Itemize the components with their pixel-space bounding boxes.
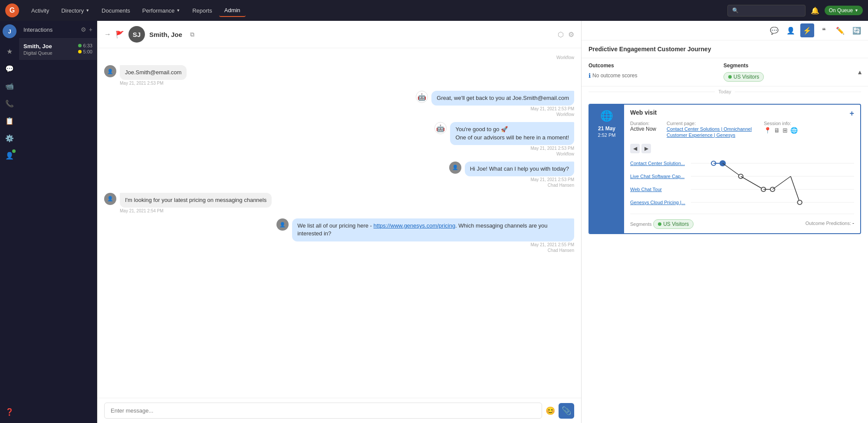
interactions-header-icons: ⚙ + bbox=[81, 26, 92, 33]
current-page-label: Current page: bbox=[667, 121, 753, 126]
web-visit-footer: Segments US Visitors Outcome Predictions… bbox=[630, 214, 854, 229]
web-visit-sidebar: 🌐 21 May 2:52 PM bbox=[589, 105, 624, 233]
msg-avatar-agent-6: 👤 bbox=[276, 218, 289, 231]
footer-segment-badge: US Visitors bbox=[653, 219, 694, 229]
msg-content-4: Hi Joe! What can I help you with today? … bbox=[465, 162, 574, 188]
interactions-header: Interactions ⚙ + bbox=[19, 21, 97, 39]
sidebar-settings-icon[interactable]: ⚙️ bbox=[2, 130, 17, 146]
timer1-value: 6:33 bbox=[83, 43, 92, 48]
web-visit-title-text: Web visit bbox=[630, 109, 657, 118]
msg-avatar-1: 👤 bbox=[104, 65, 116, 77]
chat-expand-icon[interactable]: ⬡ bbox=[558, 30, 564, 39]
rp-edit-icon[interactable]: ✏️ bbox=[833, 23, 847, 37]
nav-performance[interactable]: Performance ▼ bbox=[137, 5, 185, 17]
search-input[interactable] bbox=[741, 7, 801, 14]
nav-admin[interactable]: Admin bbox=[219, 4, 246, 17]
sidebar-agent-icon[interactable]: 👤 bbox=[2, 148, 17, 163]
chat-flag-icon[interactable]: 🚩 bbox=[115, 30, 124, 39]
msg-meta-6: May 21, 2021 2:55 PM bbox=[530, 242, 574, 247]
chat-copy-icon[interactable]: ⧉ bbox=[190, 31, 194, 38]
interaction-item[interactable]: Smith, Joe Digital Queue 6:33 5:00 bbox=[19, 39, 97, 60]
duration-label: Duration: bbox=[630, 121, 656, 126]
msg-avatar-agent-4: 👤 bbox=[449, 162, 461, 174]
msg-content-6: We list all of our pricing here - https:… bbox=[292, 218, 574, 252]
chat-back-icon[interactable]: → bbox=[104, 30, 111, 38]
page-label-4[interactable]: Genesys Cloud Pricing |... bbox=[630, 196, 691, 209]
today-divider: Today bbox=[582, 86, 868, 97]
top-nav: G Activity Directory ▼ Documents Perform… bbox=[0, 0, 868, 21]
page-label-3[interactable]: Web Chat Tour bbox=[630, 183, 691, 196]
sections-collapse-icon[interactable]: ▲ bbox=[852, 64, 868, 80]
sidebar-favorites-icon[interactable]: ★ bbox=[2, 43, 17, 59]
chat-messages: Workflow 👤 Joe.Smith@email.com May 21, 2… bbox=[97, 48, 581, 398]
icon-sidebar: J ★ 💬 📹 📞 📋 ⚙️ 👤 ❓ bbox=[0, 21, 19, 423]
nav-reports[interactable]: Reports bbox=[187, 5, 217, 17]
sidebar-phone-icon[interactable]: 📞 bbox=[2, 96, 17, 111]
page-nav-prev[interactable]: ◀ bbox=[630, 144, 640, 153]
web-visit-plus-icon[interactable]: + bbox=[849, 109, 854, 118]
footer-outcome-label: Outcome Predictions: bbox=[806, 221, 852, 226]
attach-button[interactable]: 📎 bbox=[559, 403, 574, 419]
app-logo[interactable]: G bbox=[5, 3, 19, 17]
msg-meta-1: May 21, 2021 2:53 PM bbox=[120, 81, 187, 86]
status-badge[interactable]: On Queue ▼ bbox=[825, 6, 863, 15]
message-4: Hi Joe! What can I help you with today? … bbox=[104, 162, 574, 188]
sidebar-help-icon[interactable]: ❓ bbox=[2, 404, 17, 420]
segment-dot bbox=[728, 75, 732, 79]
web-visit-meta: Duration: Active Now Current page: Conta… bbox=[630, 121, 854, 139]
interactions-settings-icon[interactable]: ⚙ bbox=[81, 26, 86, 33]
pricing-link[interactable]: https://www.genesys.com/pricing bbox=[374, 222, 456, 229]
timer1-dot bbox=[78, 44, 82, 47]
msg-avatar-bot-3: 🤖 bbox=[434, 122, 447, 134]
duration-value: Active Now bbox=[630, 126, 656, 132]
web-visit-main: Web visit + Duration: Active Now Current… bbox=[624, 105, 860, 233]
rp-chat-icon[interactable]: 💬 bbox=[767, 23, 781, 37]
chat-input[interactable] bbox=[104, 403, 542, 419]
msg-bubble-4: Hi Joe! What can I help you with today? bbox=[465, 162, 574, 176]
sidebar-video-icon[interactable]: 📹 bbox=[2, 78, 17, 94]
outcomes-title: Outcomes bbox=[589, 63, 710, 69]
rp-person-icon[interactable]: 👤 bbox=[784, 23, 798, 37]
sidebar-queue-icon[interactable]: 📋 bbox=[2, 113, 17, 129]
journey-chart-area: Contact Center Solution... Live Chat Sof… bbox=[630, 157, 854, 210]
today-label: Today bbox=[718, 89, 731, 94]
msg-meta-2: May 21, 2021 2:53 PM bbox=[530, 106, 574, 111]
journey-svg-area bbox=[691, 157, 854, 210]
current-page-meta: Current page: Contact Center Solutions |… bbox=[667, 121, 753, 139]
notifications-bell-icon[interactable]: 🔔 bbox=[811, 7, 819, 15]
node-4 bbox=[797, 200, 802, 205]
no-outcome-scores: ℹ No outcome scores bbox=[589, 72, 710, 79]
sidebar-interactions-icon[interactable]: 💬 bbox=[2, 61, 17, 76]
page-nav: ◀ ▶ bbox=[630, 144, 854, 153]
message-6: We list all of our pricing here - https:… bbox=[104, 218, 574, 252]
chat-header: → 🚩 SJ Smith, Joe ⧉ ⬡ ⚙ bbox=[97, 21, 581, 48]
emoji-button[interactable]: 😊 bbox=[546, 406, 555, 416]
page-label-2[interactable]: Live Chat Software Cap... bbox=[630, 170, 691, 183]
page-nav-next[interactable]: ▶ bbox=[641, 144, 651, 153]
segments-section: Segments US Visitors bbox=[717, 58, 852, 86]
search-bar[interactable]: 🔍 bbox=[727, 5, 806, 17]
session-info-label: Session info: bbox=[764, 121, 798, 126]
msg-bubble-6: We list all of our pricing here - https:… bbox=[292, 218, 574, 241]
interactions-add-icon[interactable]: + bbox=[89, 26, 92, 33]
user-avatar[interactable]: J bbox=[3, 24, 16, 38]
rp-quote-icon[interactable]: ❝ bbox=[817, 23, 831, 37]
right-panel-toolbar: 💬 👤 ⚡ ❝ ✏️ 🔄 bbox=[582, 21, 868, 40]
directory-caret: ▼ bbox=[85, 8, 89, 13]
nav-documents[interactable]: Documents bbox=[96, 5, 135, 17]
message-1: 👤 Joe.Smith@email.com May 21, 2021 2:53 … bbox=[104, 65, 574, 86]
footer-outcome-value: - bbox=[852, 220, 854, 226]
rp-refresh-icon[interactable]: 🔄 bbox=[850, 23, 864, 37]
rp-journey-icon[interactable]: ⚡ bbox=[800, 23, 814, 37]
performance-caret: ▼ bbox=[176, 8, 180, 13]
nav-activity[interactable]: Activity bbox=[26, 5, 54, 17]
current-page-link[interactable]: Contact Center Solutions | Omnichannel C… bbox=[667, 126, 753, 139]
page-label-1[interactable]: Contact Center Solution... bbox=[630, 157, 691, 170]
right-panel: 💬 👤 ⚡ ❝ ✏️ 🔄 Predictive Engagement Custo… bbox=[582, 21, 868, 423]
nav-directory[interactable]: Directory ▼ bbox=[56, 5, 95, 17]
segments-title: Segments bbox=[723, 63, 845, 69]
chat-settings-icon[interactable]: ⚙ bbox=[568, 30, 574, 39]
svg-line-8 bbox=[773, 176, 791, 189]
svg-line-6 bbox=[741, 176, 763, 189]
search-icon: 🔍 bbox=[732, 7, 739, 13]
